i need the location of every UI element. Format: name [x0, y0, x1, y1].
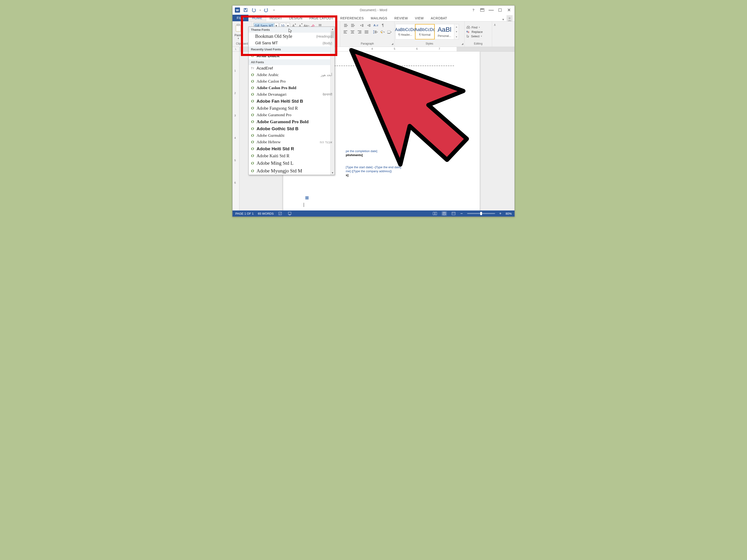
- tab-insert[interactable]: INSERT: [266, 15, 286, 21]
- show-marks-button[interactable]: ¶: [380, 23, 386, 28]
- font-option[interactable]: OAdobe Fangsong Std R: [249, 105, 335, 112]
- decrease-indent-button[interactable]: [359, 23, 365, 28]
- tab-design[interactable]: DESIGN: [286, 15, 306, 21]
- font-option[interactable]: OAdobe Heiti Std R: [249, 145, 335, 152]
- increase-indent-button[interactable]: [365, 23, 372, 28]
- tab-mailings[interactable]: MAILINGS: [367, 15, 391, 21]
- replace-button[interactable]: ab→ Replace: [466, 30, 483, 34]
- font-option[interactable]: OAdobe Caslon Pro Bold: [249, 85, 335, 91]
- font-dropdown-panel[interactable]: ▲ ▼ Theme Fonts Bookman Old Style(Headin…: [248, 27, 335, 175]
- find-button[interactable]: Find▾: [466, 26, 480, 29]
- scroll-up-icon[interactable]: ▲: [331, 27, 335, 31]
- select-button[interactable]: Select▾: [466, 34, 482, 38]
- svg-rect-24: [435, 212, 437, 215]
- read-mode-icon[interactable]: [432, 211, 437, 216]
- vertical-ruler[interactable]: 1 2 3 4 5 6: [232, 52, 239, 211]
- zoom-slider[interactable]: [467, 213, 495, 214]
- justify-button[interactable]: [363, 29, 370, 34]
- opentype-icon: O: [251, 154, 255, 158]
- document-text[interactable]: s]: [346, 173, 507, 178]
- spellcheck-icon[interactable]: [278, 211, 283, 216]
- tab-selector[interactable]: L: [232, 47, 239, 51]
- font-option-hint: אבגד הוז: [320, 140, 332, 144]
- font-option-label: Adobe Ming Std L: [257, 160, 293, 166]
- tab-review[interactable]: REVIEW: [391, 15, 411, 21]
- font-option-label: AcadEref: [257, 66, 273, 71]
- truetype-icon: Tᴛ: [251, 67, 255, 70]
- opentype-icon: O: [251, 161, 255, 166]
- font-option[interactable]: OAdobe Garamond Pro: [249, 112, 335, 118]
- paste-button[interactable]: Paste ▼: [234, 24, 242, 40]
- opentype-icon: O: [251, 133, 255, 138]
- font-option[interactable]: OAdobe Devanagariदेवनागरी: [249, 91, 335, 98]
- svg-rect-13: [375, 31, 377, 31]
- ribbon-pin-icon[interactable]: ٨: [492, 22, 498, 47]
- cursor-icon: [466, 34, 470, 38]
- align-right-button[interactable]: [356, 29, 363, 34]
- undo-dropdown-icon[interactable]: ▾: [260, 9, 261, 11]
- font-option[interactable]: OAdobe Gurmukhi: [249, 132, 335, 139]
- font-option[interactable]: OAdobe Caslon Pro: [249, 78, 335, 85]
- font-option[interactable]: OAdobe Ming Std L: [249, 159, 335, 167]
- ribbon-options-button[interactable]: [480, 8, 485, 12]
- numbering-button[interactable]: ▾: [342, 23, 349, 28]
- help-button[interactable]: ?: [471, 8, 476, 12]
- style-normal[interactable]: AaBbCcDc¶ Normal: [415, 24, 435, 39]
- style-header[interactable]: AaBbCcDc¶ Header...: [395, 24, 415, 39]
- web-layout-icon[interactable]: [451, 211, 456, 216]
- zoom-in-button[interactable]: +: [499, 211, 501, 216]
- font-option[interactable]: TᴛAcadEref: [249, 65, 335, 72]
- styles-launcher-icon[interactable]: ◢: [462, 43, 463, 45]
- tab-view[interactable]: VIEW: [411, 15, 427, 21]
- account-icon[interactable]: [507, 15, 513, 21]
- style-personal[interactable]: AaBlPersonal...: [435, 24, 454, 39]
- font-option-label: Adobe Myungjo Std M: [257, 168, 302, 174]
- redo-button[interactable]: [263, 7, 269, 13]
- status-bar: PAGE 1 OF 1 65 WORDS − + 80%: [232, 211, 515, 216]
- selection-handle[interactable]: [305, 196, 309, 199]
- macro-icon[interactable]: [287, 211, 292, 216]
- font-option[interactable]: OAdobe Gothic Std B: [249, 125, 335, 132]
- font-option[interactable]: OAdobe Hebrewאבגד הוז: [249, 139, 335, 145]
- ribbon-collapse-icon[interactable]: ▾: [501, 18, 505, 21]
- align-left-button[interactable]: [342, 29, 349, 34]
- tab-references[interactable]: REFERENCES: [337, 15, 367, 21]
- opentype-icon: O: [251, 79, 255, 84]
- font-option[interactable]: OArial Black: [249, 52, 335, 59]
- tab-page-layout[interactable]: PAGE LAYOUT: [306, 15, 337, 21]
- print-layout-icon[interactable]: [442, 211, 447, 216]
- line-spacing-button[interactable]: ▾: [372, 29, 379, 34]
- undo-button[interactable]: [251, 7, 257, 13]
- font-option[interactable]: Gill Sans MT(Body): [249, 40, 335, 47]
- group-editing: Find▾ ab→ Replace Select▾ Editing: [465, 22, 492, 47]
- tab-home[interactable]: HOME: [248, 15, 266, 21]
- document-text[interactable]: plishments]: [346, 153, 507, 158]
- font-option[interactable]: OAdobe Arabicأبجد هوز: [249, 72, 335, 78]
- close-button[interactable]: ✕: [507, 8, 511, 12]
- font-option[interactable]: OAdobe Kaiti Std R: [249, 152, 335, 159]
- shading-button[interactable]: ▾: [379, 29, 386, 34]
- save-button[interactable]: [243, 7, 248, 13]
- borders-button[interactable]: ▾: [386, 29, 393, 34]
- word-count[interactable]: 65 WORDS: [258, 212, 274, 215]
- minimize-button[interactable]: —: [489, 8, 493, 12]
- opentype-icon: O: [251, 113, 255, 117]
- styles-gallery-more[interactable]: ▴▾▾: [454, 24, 459, 39]
- sort-button[interactable]: A↓Z: [372, 23, 379, 28]
- align-center-button[interactable]: [349, 29, 356, 34]
- zoom-out-button[interactable]: −: [460, 211, 463, 216]
- font-option[interactable]: OAdobe Myungjo Std M: [249, 167, 335, 175]
- qat-customize-icon[interactable]: ▾: [273, 9, 275, 12]
- font-option[interactable]: Bookman Old Style(Headings): [249, 33, 335, 40]
- multilevel-list-button[interactable]: ▾: [349, 23, 356, 28]
- svg-rect-7: [362, 24, 363, 25]
- zoom-level[interactable]: 80%: [506, 212, 512, 215]
- font-option[interactable]: OAdobe Garamond Pro Bold: [249, 118, 335, 125]
- maximize-button[interactable]: [498, 8, 503, 12]
- font-option-label: Adobe Arabic: [257, 73, 279, 77]
- page-count[interactable]: PAGE 1 OF 1: [235, 212, 254, 215]
- paragraph-launcher-icon[interactable]: ◢: [391, 43, 393, 45]
- tab-file[interactable]: FILE: [232, 15, 248, 21]
- font-option[interactable]: OAdobe Fan Heiti Std B: [249, 98, 335, 105]
- tab-acrobat[interactable]: ACROBAT: [427, 15, 450, 21]
